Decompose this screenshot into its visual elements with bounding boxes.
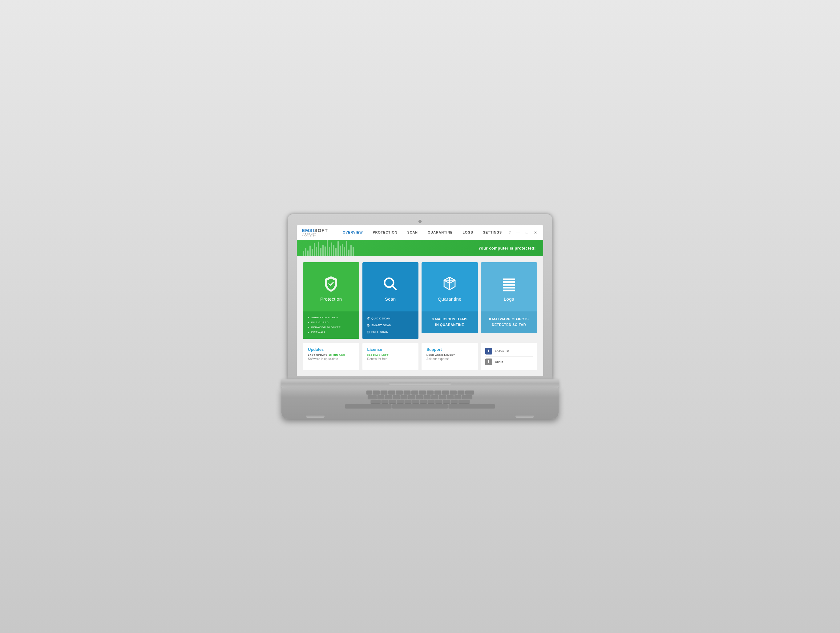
nav-settings[interactable]: SETTINGS <box>478 225 507 240</box>
about-row[interactable]: i About <box>485 357 533 367</box>
keyboard-keys <box>281 388 559 411</box>
support-sub: Ask our experts! <box>426 357 473 361</box>
follow-us-row[interactable]: f Follow us! <box>485 346 533 357</box>
scan-card-bottom: ↺ QUICK SCAN ⊙ SMART SCAN ⊡ FULL SCAN <box>362 312 419 339</box>
logo-emsisoft: EMSISOFT <box>302 228 328 233</box>
maximize-button[interactable]: □ <box>524 230 530 235</box>
protection-card[interactable]: Protection ✓ SURF PROTECTION ✓ FILE GUAR… <box>303 262 359 339</box>
laptop-foot-left <box>306 415 325 417</box>
logo-em: EMSI <box>302 228 314 233</box>
protection-item-behavior: ✓ BEHAVIOR BLOCKER <box>307 325 355 330</box>
license-card[interactable]: License 364 DAYS LEFT Renew for free! <box>362 343 419 370</box>
full-scan-icon: ⊡ <box>367 329 370 335</box>
protection-list: ✓ SURF PROTECTION ✓ FILE GUARD ✓ BEHAVIO… <box>307 315 355 335</box>
svg-rect-11 <box>503 287 515 288</box>
scan-icon <box>381 275 399 293</box>
scan-card[interactable]: Scan ↺ QUICK SCAN ⊙ SMART SCAN <box>362 262 419 339</box>
bottom-cards-grid: Updates LAST UPDATE 18 MIN AGO Software … <box>303 343 537 370</box>
social-card: f Follow us! i About <box>481 343 537 370</box>
laptop-screen: EMSISOFT INTERNET SECURITY OVERVIEW PROT… <box>297 225 543 376</box>
smart-scan-icon: ⊙ <box>367 322 370 329</box>
license-meta: 364 DAYS LEFT <box>367 354 414 356</box>
app-controls: ? — □ ✕ <box>507 230 538 235</box>
about-label: About <box>495 361 503 364</box>
protection-card-bottom: ✓ SURF PROTECTION ✓ FILE GUARD ✓ BEHAVIO… <box>303 312 359 339</box>
help-button[interactable]: ? <box>507 230 512 235</box>
laptop-camera <box>418 220 422 223</box>
status-text: Your computer is protected! <box>478 246 536 250</box>
app-logo: EMSISOFT INTERNET SECURITY <box>302 228 328 237</box>
updates-meta: LAST UPDATE 18 MIN AGO <box>308 354 354 356</box>
close-button[interactable]: ✕ <box>533 230 538 235</box>
quick-scan-item[interactable]: ↺ QUICK SCAN <box>367 315 414 322</box>
quarantine-card-top: Quarantine <box>422 262 478 312</box>
status-banner: Your computer is protected! <box>297 240 543 256</box>
license-sub: Renew for free! <box>367 357 414 361</box>
svg-line-1 <box>392 286 396 289</box>
minimize-button[interactable]: — <box>515 230 521 235</box>
quarantine-card[interactable]: Quarantine 0 MALICIOUS ITEMS IN QUARANTI… <box>422 262 478 339</box>
logs-card-title: Logs <box>504 296 514 302</box>
protection-card-title: Protection <box>320 296 342 302</box>
quarantine-count-text: 0 MALICIOUS ITEMS IN QUARANTINE <box>432 316 467 328</box>
logs-count-text: 0 MALWARE OBJECTS DETECTED SO FAR <box>489 316 529 328</box>
support-card[interactable]: Support NEED ASSISTANCE? Ask our experts… <box>422 343 478 370</box>
protection-item-surf: ✓ SURF PROTECTION <box>307 315 355 320</box>
laptop-hinge <box>389 383 451 385</box>
license-title: License <box>367 347 414 352</box>
info-icon: i <box>485 359 492 365</box>
quick-scan-icon: ↺ <box>367 315 370 322</box>
scan-list: ↺ QUICK SCAN ⊙ SMART SCAN ⊡ FULL SCAN <box>367 315 414 335</box>
svg-rect-10 <box>503 284 515 286</box>
laptop-wrapper: EMSISOFT INTERNET SECURITY OVERVIEW PROT… <box>281 214 559 419</box>
protection-card-top: Protection <box>303 262 359 312</box>
nav-scan[interactable]: SCAN <box>403 225 423 240</box>
logo-si: SOFT <box>314 228 328 233</box>
facebook-icon: f <box>485 348 492 354</box>
full-scan-item[interactable]: ⊡ FULL SCAN <box>367 329 414 335</box>
app-titlebar: EMSISOFT INTERNET SECURITY OVERVIEW PROT… <box>297 225 543 240</box>
svg-rect-12 <box>503 289 515 291</box>
logs-card-top: Logs <box>481 262 537 312</box>
svg-rect-9 <box>503 281 515 283</box>
laptop-foot-right <box>515 415 534 417</box>
protection-item-firewall: ✓ FIREWALL <box>307 330 355 335</box>
laptop-keyboard-area <box>281 388 559 419</box>
shield-icon <box>322 275 340 293</box>
laptop-base <box>281 379 559 388</box>
support-meta: NEED ASSISTANCE? <box>426 354 473 356</box>
updates-sub: Software is up-to-date <box>308 357 354 361</box>
logo-subtitle: INTERNET SECURITY <box>302 233 328 237</box>
updates-title: Updates <box>308 347 354 352</box>
logs-card[interactable]: Logs 0 MALWARE OBJECTS DETECTED SO FAR <box>481 262 537 339</box>
laptop-screen-bezel: EMSISOFT INTERNET SECURITY OVERVIEW PROT… <box>287 214 553 379</box>
app-nav: OVERVIEW PROTECTION SCAN QUARANTINE LOGS… <box>338 225 507 240</box>
quarantine-card-bottom: 0 MALICIOUS ITEMS IN QUARANTINE <box>422 312 478 333</box>
scan-card-title: Scan <box>385 296 396 302</box>
nav-protection[interactable]: PROTECTION <box>368 225 402 240</box>
quarantine-icon <box>441 275 459 293</box>
logs-icon <box>500 275 518 293</box>
logs-card-bottom: 0 MALWARE OBJECTS DETECTED SO FAR <box>481 312 537 333</box>
svg-rect-8 <box>503 279 515 280</box>
nav-logs[interactable]: LOGS <box>458 225 478 240</box>
updates-card[interactable]: Updates LAST UPDATE 18 MIN AGO Software … <box>303 343 359 370</box>
protection-item-fileguard: ✓ FILE GUARD <box>307 320 355 325</box>
smart-scan-item[interactable]: ⊙ SMART SCAN <box>367 322 414 329</box>
follow-us-label: Follow us! <box>495 350 509 353</box>
quarantine-card-title: Quarantine <box>438 296 461 302</box>
scan-card-top: Scan <box>362 262 419 312</box>
nav-overview[interactable]: OVERVIEW <box>338 225 368 240</box>
cards-grid: Protection ✓ SURF PROTECTION ✓ FILE GUAR… <box>303 262 537 339</box>
nav-quarantine[interactable]: QUARANTINE <box>423 225 458 240</box>
support-title: Support <box>426 347 473 352</box>
app-content: Protection ✓ SURF PROTECTION ✓ FILE GUAR… <box>297 256 543 376</box>
